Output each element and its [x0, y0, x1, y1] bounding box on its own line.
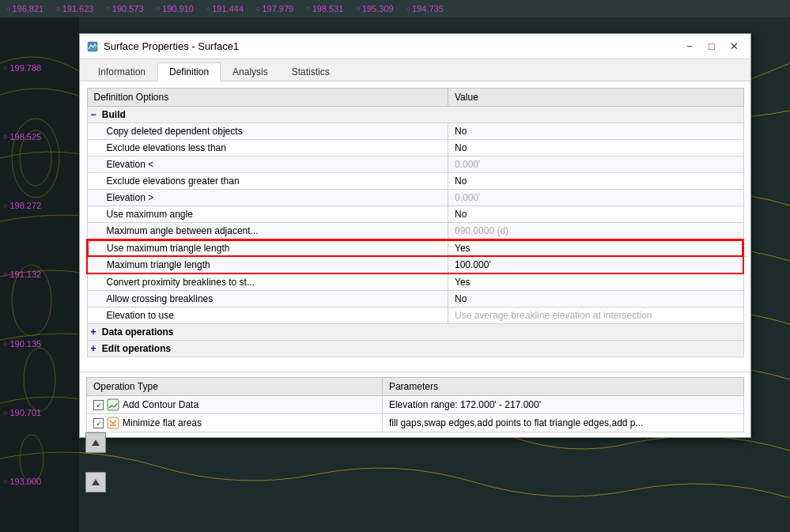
tab-definition[interactable]: Definition: [157, 62, 221, 81]
row-exclude-greater-value[interactable]: No: [448, 173, 744, 190]
surface-properties-dialog: Surface Properties - Surface1 − □ ✕ Info…: [79, 33, 751, 438]
row-max-tri-len-label: Maximum triangle length: [87, 257, 448, 274]
row-elev-gt-label: Elevation >: [87, 190, 448, 206]
left-label-2: 198.272: [0, 201, 75, 210]
dialog-content: Definition Options Value − Build Copy de…: [80, 81, 750, 372]
table-row: Copy deleted dependent objects No: [87, 123, 743, 140]
ruler-item-4[interactable]: 191.444: [200, 0, 250, 17]
row-elev-lt-label: Elevation <: [87, 157, 448, 173]
window-controls: − □ ✕: [679, 38, 744, 55]
row-max-tri-len-value[interactable]: 100.000': [448, 257, 744, 274]
op-checkbox-1[interactable]: ✓: [93, 418, 104, 428]
contour-icon: [107, 398, 119, 411]
op-row-0[interactable]: ✓ Add Contour Data Elevation range: 172.…: [87, 396, 744, 414]
row-crossing-label: Allow crossing breaklines: [87, 291, 448, 308]
table-row: Elevation > 0.000': [87, 190, 743, 206]
row-max-angle-value[interactable]: 090.0000 (d): [448, 223, 744, 240]
ruler-item-0[interactable]: 196.821: [0, 0, 50, 17]
tab-statistics[interactable]: Statistics: [280, 62, 342, 81]
op-row-1-label: ✓ Minimize flat areas: [87, 414, 383, 432]
arrow-up-button-1[interactable]: [85, 432, 106, 453]
edit-ops-label: Edit operations: [102, 343, 171, 354]
row-copy-label: Copy deleted dependent objects: [87, 123, 448, 140]
minimize-button[interactable]: −: [679, 38, 700, 55]
row-crossing-value[interactable]: No: [448, 291, 744, 308]
row-use-max-angle-label: Use maximum angle: [87, 206, 448, 223]
op-params-0: Elevation range: 172.000' - 217.000': [382, 396, 743, 414]
svg-marker-11: [92, 479, 100, 485]
build-toggle[interactable]: −: [91, 109, 96, 120]
left-label-3: 191.132: [0, 270, 75, 279]
col-params: Parameters: [382, 378, 743, 396]
ruler-item-8[interactable]: 194.735: [400, 0, 450, 17]
minimize-icon: [107, 417, 119, 429]
left-label-6: 193.000: [0, 477, 75, 486]
tab-analysis[interactable]: Analysis: [221, 62, 280, 81]
row-max-angle-label: Maximum angle between adjacent...: [87, 223, 448, 240]
ruler-bar: 196.821 191.623 190.573 190.910 191.444 …: [0, 0, 790, 17]
row-elev-use-value: Use average breakline elevation at inter…: [448, 308, 744, 324]
section-build: − Build: [87, 107, 743, 123]
table-row: Use maximum angle No: [87, 206, 743, 223]
edit-ops-toggle[interactable]: +: [91, 343, 96, 354]
row-use-max-tri-label: Use maximum triangle length: [87, 240, 448, 257]
row-convert-value[interactable]: Yes: [448, 274, 744, 291]
row-use-max-angle-value[interactable]: No: [448, 206, 744, 223]
op-row-0-label: ✓ Add Contour Data: [87, 396, 383, 414]
left-label-1: 198.525: [0, 132, 75, 141]
data-ops-toggle[interactable]: +: [91, 326, 96, 338]
table-row-highlighted-top[interactable]: Use maximum triangle length Yes: [87, 240, 743, 257]
ruler-item-7[interactable]: 195.309: [350, 0, 399, 17]
op-params-1: fill gaps,swap edges,add points to flat …: [382, 414, 743, 432]
dialog-title: Surface Properties - Surface1: [104, 40, 679, 52]
app-icon: [86, 40, 99, 53]
arrow-buttons: [85, 432, 106, 453]
op-label-1: Minimize flat areas: [123, 417, 202, 428]
close-button[interactable]: ✕: [724, 38, 744, 55]
row-elev-gt-value[interactable]: 0.000': [448, 190, 744, 206]
operations-table: Operation Type Parameters ✓ Add Contour …: [86, 377, 744, 432]
build-label: Build: [102, 109, 126, 120]
row-exclude-greater-label: Exclude elevations greater than: [87, 173, 448, 190]
col-definition-options: Definition Options: [87, 89, 448, 107]
up-arrow-icon-2: [91, 478, 100, 486]
col-value: Value: [448, 89, 744, 107]
op-row-1[interactable]: ✓ Minimize flat areas fill gaps,swap edg…: [87, 414, 744, 432]
ruler-item-6[interactable]: 198.531: [300, 0, 350, 17]
row-use-max-tri-value[interactable]: Yes: [448, 240, 744, 257]
tab-bar: Information Definition Analysis Statisti…: [80, 59, 750, 81]
data-ops-label: Data operations: [102, 326, 174, 338]
left-labels: 199.788 198.525 198.272 191.132 190.135 …: [0, 17, 75, 532]
table-row: Elevation to use Use average breakline e…: [87, 308, 743, 324]
row-elev-lt-value[interactable]: 0.000': [448, 157, 744, 173]
up-arrow-icon: [91, 439, 100, 447]
row-elev-use-label: Elevation to use: [87, 308, 448, 324]
op-label-0: Add Contour Data: [123, 399, 198, 410]
table-row-highlighted-bottom[interactable]: Maximum triangle length 100.000': [87, 257, 743, 274]
col-op-type: Operation Type: [87, 378, 383, 396]
ruler-item-2[interactable]: 190.573: [100, 0, 149, 17]
table-row: Allow crossing breaklines No: [87, 291, 743, 308]
row-convert-label: Convert proximity breaklines to st...: [87, 274, 448, 291]
left-label-4: 190.135: [0, 339, 75, 349]
row-exclude-less-label: Exclude elevations less than: [87, 140, 448, 157]
row-exclude-less-value[interactable]: No: [448, 140, 744, 157]
ruler-item-1[interactable]: 191.623: [50, 0, 100, 17]
title-bar[interactable]: Surface Properties - Surface1 − □ ✕: [80, 34, 750, 59]
row-copy-value[interactable]: No: [448, 123, 744, 140]
definition-table: Definition Options Value − Build Copy de…: [86, 88, 744, 357]
bottom-panel: Operation Type Parameters ✓ Add Contour …: [80, 372, 750, 437]
ruler-item-5[interactable]: 197.979: [250, 0, 300, 17]
tab-information[interactable]: Information: [86, 62, 157, 81]
section-data-ops: + Data operations: [87, 324, 743, 341]
svg-marker-10: [92, 440, 100, 446]
svg-rect-7: [108, 399, 119, 410]
table-row: Elevation < 0.000': [87, 157, 743, 173]
arrow-up-button-2[interactable]: [85, 472, 106, 492]
maximize-button[interactable]: □: [701, 38, 722, 55]
table-row: Exclude elevations less than No: [87, 140, 743, 157]
section-edit-ops: + Edit operations: [87, 341, 743, 357]
ruler-item-3[interactable]: 190.910: [150, 0, 200, 17]
op-checkbox-0[interactable]: ✓: [93, 400, 104, 410]
table-row: Convert proximity breaklines to st... Ye…: [87, 274, 743, 291]
